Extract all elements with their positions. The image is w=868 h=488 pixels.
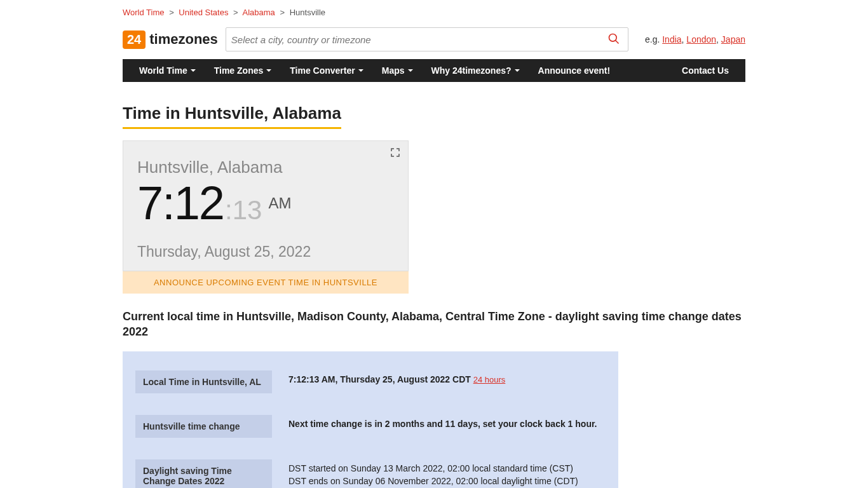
info-panel: Local Time in Huntsville, AL 7:12:13 AM,… (123, 351, 618, 488)
chevron-down-icon (266, 67, 272, 74)
info-row-dst-dates: Daylight saving Time Change Dates 2022 D… (135, 459, 606, 488)
logo[interactable]: 24 timezones (123, 30, 218, 49)
expand-icon (390, 147, 400, 158)
page-title: Time in Huntsville, Alabama (123, 104, 341, 129)
info-value: Next time change is in 2 months and 11 d… (288, 415, 606, 429)
breadcrumb-current: Huntsville (290, 8, 325, 17)
logo-text: timezones (149, 31, 218, 48)
breadcrumb-link[interactable]: Alabama (243, 8, 275, 17)
info-row-local-time: Local Time in Huntsville, AL 7:12:13 AM,… (135, 370, 606, 393)
clock-card: Huntsville, Alabama 7:12 :13 AM Thursday… (123, 140, 409, 271)
search-icon (607, 32, 620, 45)
info-label: Huntsville time change (135, 415, 272, 438)
clock-time: 7:12 :13 AM (137, 180, 394, 227)
info-value: 7:12:13 AM, Thursday 25, August 2022 CDT… (288, 370, 606, 384)
svg-line-1 (615, 40, 618, 43)
search-examples: e.g. India, London, Japan (645, 34, 745, 44)
breadcrumb-link[interactable]: World Time (123, 8, 165, 17)
clock-seconds: :13 (225, 195, 262, 226)
nav-why[interactable]: Why 24timezones? (423, 65, 529, 76)
search-button[interactable] (605, 30, 623, 50)
chevron-right-icon: > (233, 8, 238, 17)
header: 24 timezones e.g. India, London, Japan (123, 22, 745, 59)
example-link[interactable]: India (662, 34, 681, 44)
chevron-down-icon (358, 67, 364, 74)
chevron-down-icon (190, 67, 196, 74)
info-label: Local Time in Huntsville, AL (135, 370, 272, 393)
clock-hours-minutes: 7:12 (137, 180, 224, 227)
nav-announce[interactable]: Announce event! (529, 65, 620, 76)
logo-badge: 24 (123, 30, 146, 49)
chevron-right-icon: > (280, 8, 285, 17)
example-link[interactable]: Japan (721, 34, 745, 44)
svg-point-0 (609, 34, 616, 41)
breadcrumb-link[interactable]: United States (179, 8, 228, 17)
clock-date: Thursday, August 25, 2022 (137, 243, 394, 261)
nav-time-converter[interactable]: Time Converter (281, 65, 372, 76)
subheading: Current local time in Huntsville, Madiso… (123, 309, 745, 340)
chevron-down-icon (407, 67, 414, 74)
breadcrumb: World Time > United States > Alabama > H… (123, 0, 745, 22)
chevron-right-icon: > (169, 8, 174, 17)
info-value: DST started on Sunday 13 March 2022, 02:… (288, 459, 606, 488)
search-box (226, 27, 628, 51)
chevron-down-icon (514, 67, 520, 74)
nav-contact[interactable]: Contact Us (673, 65, 738, 76)
expand-button[interactable] (390, 147, 400, 160)
info-label: Daylight saving Time Change Dates 2022 (135, 459, 272, 488)
search-input[interactable] (231, 34, 605, 45)
clock-city: Huntsville, Alabama (137, 158, 394, 177)
clock-ampm: AM (268, 194, 291, 212)
nav-maps[interactable]: Maps (373, 65, 423, 76)
nav-time-zones[interactable]: Time Zones (205, 65, 281, 76)
main-nav: World Time Time Zones Time Converter Map… (123, 59, 745, 82)
nav-world-time[interactable]: World Time (130, 65, 205, 76)
info-row-time-change: Huntsville time change Next time change … (135, 415, 606, 438)
announce-event-button[interactable]: ANNOUNCE UPCOMING EVENT TIME IN HUNTSVIL… (123, 271, 409, 294)
example-link[interactable]: London (686, 34, 716, 44)
24-hours-link[interactable]: 24 hours (473, 375, 506, 384)
